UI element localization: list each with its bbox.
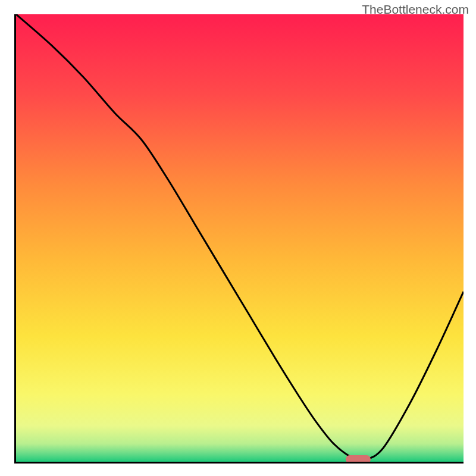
optimal-marker xyxy=(346,455,371,464)
chart-container: TheBottleneck.com xyxy=(0,0,476,476)
plot-area xyxy=(14,14,464,464)
bottleneck-curve xyxy=(16,14,464,460)
watermark-text: TheBottleneck.com xyxy=(362,2,469,17)
curve-layer xyxy=(16,14,464,462)
